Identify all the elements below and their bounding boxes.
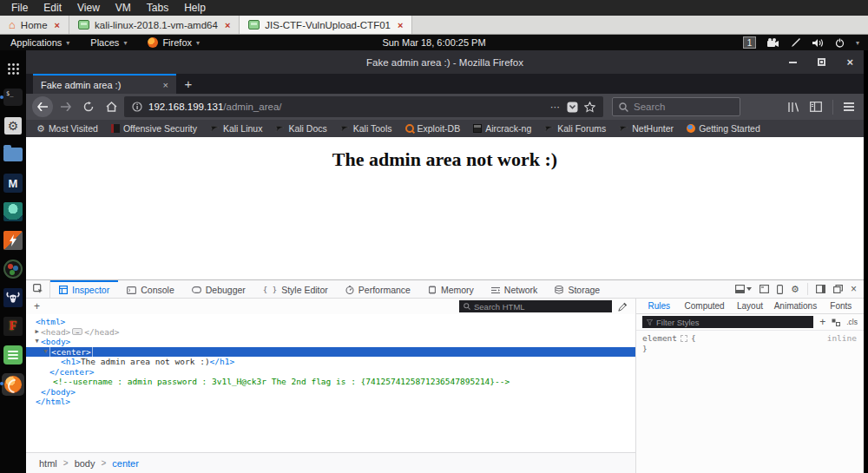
menu-view[interactable]: View (69, 2, 108, 14)
menu-help[interactable]: Help (176, 2, 214, 14)
menu-file[interactable]: File (3, 2, 36, 14)
screen-record-icon[interactable] (767, 38, 779, 48)
page-actions-icon[interactable]: ⋯ (550, 102, 561, 113)
devtools-tab-storage[interactable]: Storage (546, 280, 608, 298)
expand-arrow-icon[interactable]: ▶ (33, 327, 41, 338)
vm-tab-jis-ctf[interactable]: JIS-CTF-VulnUpload-CTF01 × (240, 16, 412, 34)
sidetab-computed[interactable]: Computed (681, 301, 727, 311)
close-tab-icon[interactable]: × (163, 80, 168, 90)
node-body-close[interactable]: </body> (26, 387, 635, 397)
dock-item-beef[interactable] (3, 287, 23, 308)
browser-tab-active[interactable]: Fake admin area :) × (33, 74, 176, 94)
show-applications-button[interactable] (3, 58, 23, 79)
pen-icon[interactable] (791, 37, 801, 48)
node-html-close[interactable]: </html> (26, 397, 635, 407)
devtools-tab-inspector[interactable]: Inspector (50, 280, 118, 298)
bookmark-most-visited[interactable]: ⚙Most Visited (36, 123, 98, 135)
forward-button[interactable] (56, 97, 76, 116)
sidetab-rules[interactable]: Rules (636, 301, 681, 311)
sidebar-toggle-icon[interactable] (810, 102, 822, 112)
crumb-html[interactable]: html (39, 458, 57, 469)
menu-hamburger-icon[interactable] (844, 102, 854, 111)
back-button[interactable] (32, 96, 53, 117)
dock-item-sparta[interactable] (3, 259, 23, 279)
devtools-tab-debugger[interactable]: Debugger (183, 280, 254, 298)
toggle-classes-button[interactable]: .cls (846, 318, 858, 326)
filter-styles-input[interactable]: Filter Styles (642, 316, 813, 328)
devtools-tab-console[interactable]: Console (118, 280, 183, 298)
bookmark-nethunter[interactable]: NetHunter (619, 123, 674, 134)
sidetab-animations[interactable]: Animations (773, 301, 818, 311)
node-body-open[interactable]: ▼<body> (26, 337, 635, 347)
dock-mode-button[interactable] (735, 285, 752, 293)
close-devtools-button[interactable]: × (851, 284, 857, 294)
bookmark-exploit-db[interactable]: Exploit-DB (405, 123, 461, 134)
separate-window-button[interactable] (833, 285, 843, 293)
minimize-button[interactable] (789, 62, 797, 63)
dock-item-firefox[interactable] (2, 373, 24, 396)
applications-menu[interactable]: Applications ▾ (0, 35, 80, 50)
vm-tab-home[interactable]: ⌂ Home × (0, 16, 69, 34)
chevron-down-icon[interactable]: ▾ (856, 39, 859, 47)
dock-item-metasploit[interactable]: M (3, 173, 23, 194)
home-button[interactable] (102, 97, 121, 116)
bookmark-offensive-security[interactable]: Offensive Security (111, 123, 197, 134)
split-console-button[interactable] (760, 285, 769, 293)
pocket-icon[interactable] (567, 102, 578, 113)
close-window-button[interactable]: × (846, 56, 853, 68)
pseudo-class-button[interactable] (832, 319, 840, 326)
responsive-mode-button[interactable] (777, 285, 783, 294)
volume-icon[interactable] (812, 38, 824, 48)
dock-to-side-button[interactable] (816, 285, 825, 293)
site-info-icon[interactable] (132, 102, 142, 112)
add-rule-button[interactable]: + (819, 317, 825, 327)
crumb-center[interactable]: center (112, 458, 139, 469)
dock-item-settings[interactable]: ⚙ (3, 115, 23, 136)
dock-item-files[interactable] (3, 144, 23, 165)
bookmark-kali-forums[interactable]: Kali Forums (544, 123, 606, 134)
devtools-tab-memory[interactable]: Memory (419, 280, 483, 298)
node-comment[interactable]: <!--username : admin password : 3v1l_H@c… (26, 377, 635, 387)
eyedropper-icon[interactable] (618, 302, 628, 312)
power-icon[interactable] (835, 38, 845, 48)
menu-vm[interactable]: VM (108, 2, 139, 14)
node-head[interactable]: ▶<head>…</head> (26, 327, 635, 338)
dock-item-texteditor[interactable] (3, 345, 23, 365)
vm-tab-kali[interactable]: kali-linux-2018.1-vm-amd64 × (69, 16, 240, 34)
bookmark-getting-started[interactable]: Getting Started (687, 123, 760, 134)
close-tab-icon[interactable]: × (225, 20, 230, 30)
close-tab-icon[interactable]: × (398, 20, 403, 30)
url-bar[interactable]: 192.168.199.131/admin_area/ ⋯ (124, 96, 603, 117)
dock-item-armitage[interactable] (3, 201, 23, 222)
sidetab-layout[interactable]: Layout (727, 301, 773, 311)
bookmark-aircrack-ng[interactable]: Aircrack-ng (473, 123, 531, 134)
node-center-close[interactable]: </center> (26, 367, 635, 378)
bookmark-kali-tools[interactable]: Kali Tools (340, 123, 392, 134)
devtools-tab-style-editor[interactable]: { } Style Editor (254, 280, 337, 298)
search-bar[interactable]: Search (612, 97, 740, 116)
devtools-tab-performance[interactable]: Performance (337, 280, 419, 298)
bookmark-kali-docs[interactable]: Kali Docs (275, 123, 326, 134)
rule-selector[interactable]: element (642, 333, 677, 344)
collapse-arrow-icon[interactable]: ▼ (33, 337, 41, 347)
sidetab-fonts[interactable]: Fonts (819, 301, 864, 311)
node-html-open[interactable]: <html> (26, 317, 635, 327)
node-h1[interactable]: <h1>The admin area not work :)</h1> (26, 357, 635, 367)
node-center-open-selected[interactable]: ▼<center> (26, 347, 635, 358)
crumb-body[interactable]: body (75, 458, 95, 469)
devtools-settings-icon[interactable]: ⚙ (791, 285, 799, 294)
collapse-arrow-icon[interactable]: ▼ (42, 347, 49, 358)
dock-item-terminal[interactable]: $_ (3, 87, 23, 108)
firefox-titlebar[interactable]: Fake admin area :) - Mozilla Firefox × (26, 50, 864, 74)
firefox-app-menu[interactable]: Firefox ▾ (137, 35, 210, 50)
search-html-input[interactable]: Search HTML (459, 300, 612, 312)
menu-edit[interactable]: Edit (36, 2, 69, 14)
new-tab-button[interactable]: + (176, 74, 201, 94)
maximize-button[interactable] (818, 58, 825, 66)
devtools-tab-network[interactable]: Network (483, 280, 547, 298)
inline-ellipsis-chip[interactable]: … (72, 328, 82, 335)
reload-button[interactable] (79, 97, 98, 116)
library-icon[interactable] (787, 102, 799, 113)
pick-element-button[interactable] (26, 280, 50, 298)
bookmark-kali-linux[interactable]: Kali Linux (210, 123, 263, 134)
